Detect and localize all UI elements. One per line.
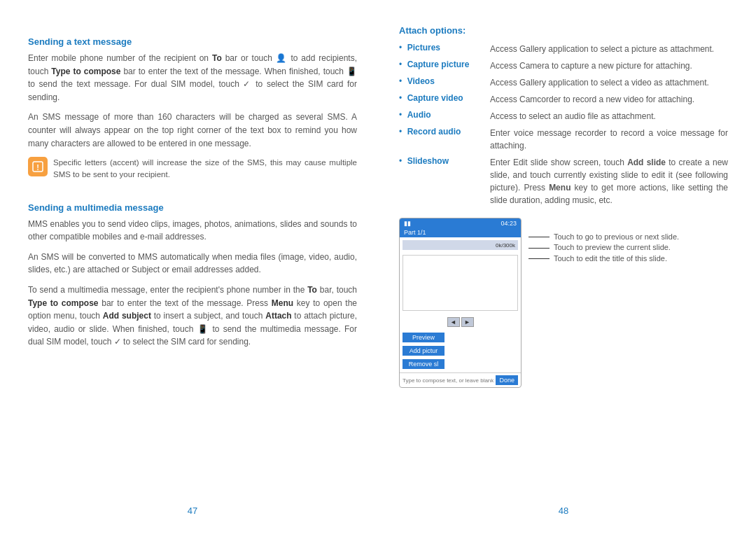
callout-line-preview — [528, 248, 550, 249]
option-label-col-capture-video: • Capture video — [399, 93, 490, 103]
callout-line-title — [528, 258, 550, 259]
page-number-left: 47 — [28, 498, 357, 516]
callout-line-nav — [528, 237, 550, 237]
attach-options-list: • Pictures Access Gallery application to… — [399, 43, 728, 211]
section-multimedia-message: Sending a multimedia message MMS enables… — [28, 202, 357, 356]
phone-done-button[interactable]: Done — [496, 375, 518, 385]
option-desc-slideshow: Enter Edit slide show screen, touch Add … — [490, 156, 728, 207]
option-capture-picture: • Capture picture Access Camera to captu… — [399, 60, 728, 72]
para-multimedia-3: To send a multimedia message, enter the … — [28, 284, 357, 349]
option-videos: • Videos Access Gallery application to s… — [399, 76, 728, 89]
phone-add-picture-button[interactable]: Add pictur — [402, 346, 444, 356]
phone-next-button[interactable]: ► — [461, 317, 474, 327]
option-label-pictures: Pictures — [407, 43, 440, 53]
option-desc-capture-video: Access Camcorder to record a new video f… — [490, 93, 728, 106]
para-multimedia-1: MMS enables you to send video clips, ima… — [28, 218, 357, 244]
phone-compose-input[interactable] — [402, 377, 493, 384]
option-desc-videos: Access Gallery application to select a v… — [490, 76, 728, 89]
phone-mockup-area: ▮▮ 04:23 Part 1/1 0k/300k ◄ ► — [399, 218, 728, 388]
callout-text-preview: Touch to preview the current slide. — [554, 242, 671, 253]
callout-item-preview: Touch to preview the current slide. — [528, 242, 728, 253]
note-icon-svg: ! — [31, 160, 44, 173]
svg-text:!: ! — [36, 163, 39, 172]
bullet-capture-picture: • — [399, 60, 402, 69]
phone-part-label: Part 1/1 — [400, 228, 521, 237]
page-container: Sending a text message Enter mobile phon… — [0, 0, 756, 537]
option-label-audio: Audio — [407, 110, 431, 120]
bullet-audio: • — [399, 110, 402, 120]
option-label-col-videos: • Videos — [399, 76, 490, 86]
page-number-right: 48 — [399, 498, 728, 516]
option-audio: • Audio Access to select an audio file a… — [399, 110, 728, 123]
para-multimedia-2: An SMS will be converted to MMS automati… — [28, 251, 357, 277]
phone-bottom-area: Done — [400, 372, 521, 387]
option-label-videos: Videos — [407, 76, 435, 86]
callout-text-title: Touch to edit the title of this slide. — [554, 253, 667, 264]
para-sending-text-2: An SMS message of more than 160 characte… — [28, 111, 357, 150]
para-sending-text-1: Enter mobile phone number of the recipie… — [28, 52, 357, 104]
option-desc-audio: Access to select an audio file as attach… — [490, 110, 728, 123]
option-label-record-audio: Record audio — [407, 127, 461, 137]
phone-content-area: 0k/300k ◄ ► Preview Add pictur Remove sl — [400, 237, 521, 372]
attach-options-title: Attach options: — [399, 25, 728, 36]
callout-item-title: Touch to edit the title of this slide. — [528, 253, 728, 264]
option-label-col-audio: • Audio — [399, 110, 490, 120]
phone-storage-indicator: 0k/300k — [496, 242, 515, 249]
option-label-col-pictures: • Pictures — [399, 43, 490, 53]
option-label-col-record-audio: • Record audio — [399, 127, 490, 137]
option-label-col-capture-picture: • Capture picture — [399, 60, 490, 69]
phone-status-bar: ▮▮ 04:23 — [400, 218, 521, 228]
phone-signal-icon: ▮▮ — [404, 220, 411, 227]
phone-slide-area — [402, 255, 518, 311]
option-record-audio: • Record audio Enter voice message recor… — [399, 127, 728, 152]
bullet-slideshow: • — [399, 156, 402, 166]
phone-top-bar: 0k/300k — [402, 240, 518, 250]
phone-screen: ▮▮ 04:23 Part 1/1 0k/300k ◄ ► — [399, 218, 522, 388]
option-label-col-slideshow: • Slideshow — [399, 156, 490, 166]
option-label-slideshow: Slideshow — [407, 156, 449, 166]
option-label-capture-video: Capture video — [407, 93, 463, 103]
option-capture-video: • Capture video Access Camcorder to reco… — [399, 93, 728, 106]
note-icon: ! — [28, 157, 48, 176]
option-label-capture-picture: Capture picture — [407, 60, 470, 69]
note-text-accent: Specific letters (accent) will increase … — [53, 157, 357, 181]
section-sending-text: Sending a text message Enter mobile phon… — [28, 36, 357, 191]
right-column: Attach options: • Pictures Access Galler… — [392, 25, 728, 516]
left-column: Sending a text message Enter mobile phon… — [28, 25, 371, 516]
callout-lines: Touch to go to previous or next slide. T… — [528, 218, 728, 285]
bullet-pictures: • — [399, 43, 402, 53]
note-box-sms-accent: ! Specific letters (accent) will increas… — [28, 157, 357, 181]
callout-text-nav: Touch to go to previous or next slide. — [554, 232, 679, 242]
phone-time: 04:23 — [500, 220, 517, 227]
section-title-sending-text: Sending a text message — [28, 36, 357, 47]
phone-preview-button[interactable]: Preview — [402, 333, 444, 342]
bullet-videos: • — [399, 76, 402, 86]
option-pictures: • Pictures Access Gallery application to… — [399, 43, 728, 55]
section-title-multimedia: Sending a multimedia message — [28, 202, 357, 213]
bullet-record-audio: • — [399, 127, 402, 137]
phone-nav-arrows[interactable]: ◄ ► — [402, 317, 518, 327]
option-desc-record-audio: Enter voice message recorder to record a… — [490, 127, 728, 152]
option-slideshow: • Slideshow Enter Edit slide show screen… — [399, 156, 728, 207]
phone-remove-slide-button[interactable]: Remove sl — [402, 359, 444, 369]
option-desc-capture-picture: Access Camera to capture a new picture f… — [490, 60, 728, 72]
callout-item-nav: Touch to go to previous or next slide. — [528, 232, 728, 242]
phone-prev-button[interactable]: ◄ — [447, 317, 460, 327]
option-desc-pictures: Access Gallery application to select a p… — [490, 43, 728, 55]
bullet-capture-video: • — [399, 93, 402, 103]
